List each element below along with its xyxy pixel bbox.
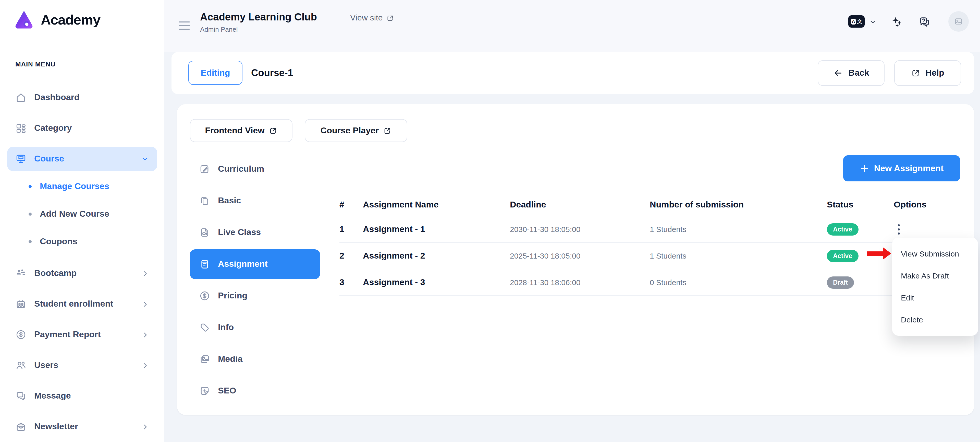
- course-icon: [15, 153, 27, 164]
- tab-media[interactable]: Media: [190, 343, 320, 375]
- assignment-name: Assignment - 2: [363, 251, 510, 261]
- external-link-icon: [383, 126, 391, 135]
- frontend-view-label: Frontend View: [205, 126, 265, 136]
- sidebar-item-dashboard[interactable]: Dashboard: [7, 85, 157, 110]
- users-icon: [15, 360, 27, 371]
- sidebar-subitem-label: Add New Course: [40, 209, 109, 219]
- help-chat-icon[interactable]: [918, 16, 931, 28]
- course-edit-tabs: Curriculum Basic Live Class Assignment: [190, 153, 320, 407]
- plus-icon: [860, 163, 870, 174]
- external-link-icon: [386, 14, 394, 22]
- chevron-right-icon: [142, 300, 149, 308]
- assignment-deadline: 2025-11-30 18:05:00: [510, 251, 650, 260]
- sidebar-item-users[interactable]: Users: [7, 353, 157, 378]
- assignment-deadline: 2028-11-30 18:06:00: [510, 278, 650, 287]
- table-row: 3 Assignment - 3 2028-11-30 18:06:00 0 S…: [339, 269, 967, 296]
- language-chevron-down-icon[interactable]: [869, 18, 877, 26]
- back-button[interactable]: Back: [818, 60, 885, 86]
- view-site-label: View site: [350, 13, 383, 22]
- menu-item-delete[interactable]: Delete: [892, 309, 978, 330]
- sidebar-subitem-coupons[interactable]: Coupons: [18, 231, 155, 252]
- tab-live-class[interactable]: Live Class: [190, 217, 320, 248]
- bullet-icon: [29, 212, 32, 215]
- menu-item-edit[interactable]: Edit: [892, 287, 978, 309]
- assignments-table: # Assignment Name Deadline Number of sub…: [339, 194, 967, 296]
- tab-seo[interactable]: SEO: [190, 375, 320, 407]
- tab-label: Info: [218, 322, 234, 333]
- col-status: Status: [827, 200, 894, 210]
- col-options: Options: [894, 200, 967, 210]
- category-grid-icon: [15, 123, 27, 134]
- tab-label: Live Class: [218, 227, 261, 238]
- people-group-icon: [15, 268, 27, 279]
- sidebar-item-message[interactable]: Message: [7, 384, 157, 408]
- language-secondary-label: 文: [857, 19, 862, 24]
- tab-label: Assignment: [218, 259, 268, 269]
- status-badge: Active: [827, 250, 858, 262]
- sidebar-item-label: Newsletter: [34, 421, 78, 432]
- course-player-label: Course Player: [321, 126, 379, 136]
- sparkles-ai-icon[interactable]: [891, 16, 903, 27]
- tab-label: Media: [218, 354, 242, 364]
- help-button[interactable]: Help: [894, 60, 961, 86]
- status-badge: Active: [827, 223, 858, 235]
- sidebar-item-category[interactable]: Category: [7, 116, 157, 140]
- sidebar-item-newsletter[interactable]: Newsletter: [7, 415, 157, 439]
- col-deadline: Deadline: [510, 200, 650, 210]
- new-assignment-button[interactable]: New Assignment: [843, 155, 960, 181]
- assignment-submissions: 0 Students: [650, 278, 827, 287]
- sidebar-subitem-add-new-course[interactable]: Add New Course: [18, 204, 155, 224]
- menu-item-view-submission[interactable]: View Submission: [892, 243, 978, 265]
- sidebar-section-label: MAIN MENU: [15, 60, 56, 68]
- tab-basic[interactable]: Basic: [190, 185, 320, 217]
- bullet-icon: [29, 185, 32, 188]
- tab-curriculum[interactable]: Curriculum: [190, 153, 320, 185]
- editing-status-badge[interactable]: Editing: [188, 61, 242, 85]
- sidebar-item-label: Users: [34, 360, 59, 370]
- view-site-link[interactable]: View site: [350, 13, 394, 22]
- tab-pricing[interactable]: Pricing: [190, 280, 320, 312]
- tab-assignment[interactable]: Assignment: [190, 249, 320, 279]
- sidebar-item-label: Category: [34, 123, 72, 133]
- sidebar-item-label: Student enrollment: [34, 299, 113, 309]
- course-player-button[interactable]: Course Player: [305, 119, 407, 142]
- arrow-left-icon: [833, 68, 843, 78]
- row-options-menu: View Submission Make As Draft Edit Delet…: [892, 238, 978, 336]
- sidebar-item-course[interactable]: Course: [7, 147, 157, 171]
- assignment-submissions: 1 Students: [650, 225, 827, 233]
- tag-icon: [199, 322, 210, 333]
- sidebar-item-payment-report[interactable]: Payment Report: [7, 322, 157, 347]
- col-name: Assignment Name: [363, 200, 510, 210]
- tab-label: SEO: [218, 386, 236, 396]
- enrollment-card-icon: [15, 298, 27, 310]
- assignment-note-icon: [199, 258, 210, 270]
- sidebar-item-bootcamp[interactable]: Bootcamp: [7, 261, 157, 286]
- assignment-panel: Frontend View Course Player Curriculum: [177, 104, 974, 415]
- admin-app: Academy MAIN MENU Dashboard Category Cou…: [0, 0, 980, 442]
- row-options-kebab-icon[interactable]: [898, 222, 905, 236]
- file-video-icon: [199, 227, 210, 238]
- sidebar-subitem-label: Coupons: [40, 236, 77, 247]
- tab-label: Pricing: [218, 291, 247, 301]
- site-subtitle: Admin Panel: [200, 26, 238, 33]
- help-label: Help: [925, 68, 944, 78]
- sidebar-item-student-enrollment[interactable]: Student enrollment: [7, 292, 157, 316]
- tab-label: Basic: [218, 196, 241, 206]
- hamburger-menu-icon[interactable]: [179, 21, 190, 30]
- menu-item-make-as-draft[interactable]: Make As Draft: [892, 265, 978, 287]
- sidebar-item-label: Bootcamp: [34, 268, 76, 278]
- chevron-right-icon: [142, 331, 149, 338]
- tab-info[interactable]: Info: [190, 312, 320, 343]
- avatar[interactable]: [948, 11, 969, 32]
- language-selector[interactable]: A 文: [848, 15, 865, 27]
- dollar-circle-icon: [15, 329, 27, 340]
- external-link-icon: [269, 126, 277, 135]
- external-link-icon: [911, 69, 920, 78]
- frontend-view-button[interactable]: Frontend View: [190, 119, 293, 142]
- language-primary-label: A: [851, 19, 856, 24]
- chevron-right-icon: [142, 362, 149, 369]
- brand-logo[interactable]: Academy: [12, 8, 100, 32]
- top-header: Academy Learning Club Admin Panel View s…: [164, 0, 980, 52]
- sidebar-subitem-manage-courses[interactable]: Manage Courses: [18, 176, 155, 197]
- assignment-name: Assignment - 1: [363, 224, 510, 234]
